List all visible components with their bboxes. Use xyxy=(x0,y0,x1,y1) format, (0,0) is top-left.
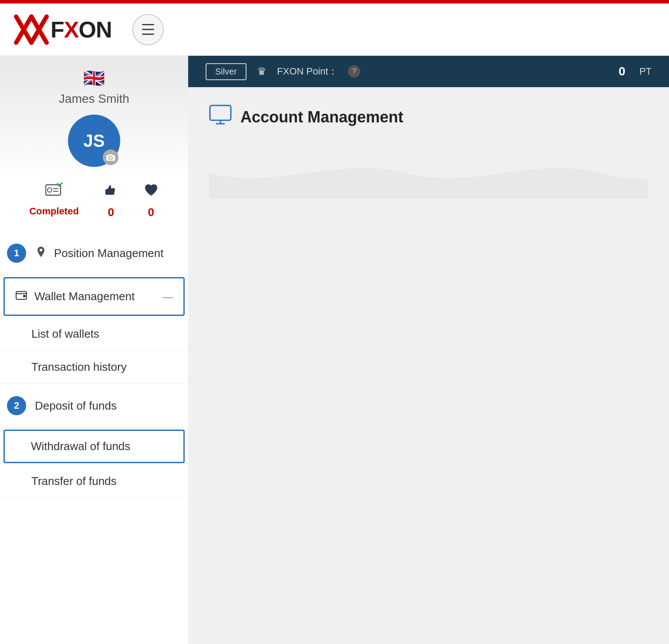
monitor-icon xyxy=(209,105,232,129)
stat-verification: Completed xyxy=(29,183,79,219)
sidebar: 🇬🇧 James Smith JS xyxy=(0,56,188,644)
sidebar-item-position-management[interactable]: 1 Position Management xyxy=(0,231,188,275)
hamburger-button[interactable] xyxy=(132,14,164,45)
transaction-history-label: Transaction history xyxy=(31,360,127,374)
deposit-of-funds-label: Deposit of funds xyxy=(35,399,117,413)
crown-icon: ♛ xyxy=(257,65,267,78)
verification-icon xyxy=(45,183,63,202)
point-unit: PT xyxy=(639,66,652,77)
map-pin-icon xyxy=(35,246,47,258)
page-title: Account Management xyxy=(240,108,403,126)
silver-badge: Silver xyxy=(206,63,247,80)
stats-row: Completed 0 0 xyxy=(0,177,188,231)
svg-point-5 xyxy=(47,188,52,192)
logo-text: FXON xyxy=(51,18,112,41)
logo: FXON xyxy=(14,14,112,45)
svg-rect-4 xyxy=(46,185,61,195)
hamburger-icon xyxy=(142,24,154,35)
top-bar: Silver ♛ FXON Point： ? 0 PT xyxy=(188,56,669,87)
collapse-icon: — xyxy=(162,291,173,303)
flag-icon: 🇬🇧 xyxy=(83,68,105,88)
wave-decoration xyxy=(209,147,648,199)
fxon-point-label: FXON Point： xyxy=(277,65,338,78)
wallet-icon xyxy=(15,289,27,304)
desktop-icon xyxy=(209,105,232,125)
header: FXON xyxy=(0,3,669,56)
content-area: Account Management xyxy=(188,87,669,644)
stat-likes-value: 0 xyxy=(108,206,114,219)
user-name: James Smith xyxy=(59,92,129,106)
badge-2: 2 xyxy=(7,396,26,415)
sidebar-item-deposit-of-funds[interactable]: 2 Deposit of funds xyxy=(0,384,188,428)
favorite-icon xyxy=(143,183,159,198)
point-value: 0 xyxy=(618,64,625,78)
badge-1: 1 xyxy=(7,244,26,263)
wallet-management-label: Wallet Management xyxy=(34,290,135,303)
sidebar-item-list-of-wallets[interactable]: List of wallets xyxy=(0,318,188,351)
sidebar-item-transfer-of-funds[interactable]: Transfer of funds xyxy=(0,465,188,498)
stat-likes: 0 xyxy=(103,183,119,219)
user-profile: 🇬🇧 James Smith JS xyxy=(0,56,188,177)
camera-icon xyxy=(106,153,115,161)
top-red-bar xyxy=(0,0,669,3)
stat-completed-label: Completed xyxy=(29,206,79,217)
svg-rect-9 xyxy=(23,295,26,297)
svg-rect-10 xyxy=(210,105,231,120)
wave-svg xyxy=(209,147,648,199)
stat-favorites: 0 xyxy=(143,183,159,219)
sidebar-item-transaction-history[interactable]: Transaction history xyxy=(0,351,188,384)
camera-badge[interactable] xyxy=(103,149,118,165)
sidebar-nav: 1 Position Management Wallet M xyxy=(0,231,188,498)
id-card-icon xyxy=(45,183,63,198)
avatar-wrapper: JS xyxy=(68,115,120,167)
transfer-of-funds-label: Transfer of funds xyxy=(31,475,117,488)
wallet-svg-icon xyxy=(15,289,27,301)
sidebar-item-withdrawal-of-funds[interactable]: Withdrawal of funds xyxy=(3,430,185,463)
like-icon xyxy=(103,183,119,198)
stat-favorites-value: 0 xyxy=(148,206,154,219)
logo-icon xyxy=(14,14,49,45)
sidebar-item-label: Position Management xyxy=(54,247,163,260)
sidebar-item-wallet-management[interactable]: Wallet Management — xyxy=(3,277,185,316)
thumbs-up-icon xyxy=(103,183,119,202)
withdrawal-of-funds-label: Withdrawal of funds xyxy=(31,440,130,453)
position-management-icon xyxy=(35,246,47,261)
help-icon[interactable]: ? xyxy=(348,65,360,78)
main-content: Silver ♛ FXON Point： ? 0 PT Account Mana… xyxy=(188,56,669,644)
heart-icon xyxy=(143,183,159,202)
list-of-wallets-label: List of wallets xyxy=(31,327,99,341)
page-title-row: Account Management xyxy=(209,105,648,129)
main-layout: 🇬🇧 James Smith JS xyxy=(0,56,669,644)
